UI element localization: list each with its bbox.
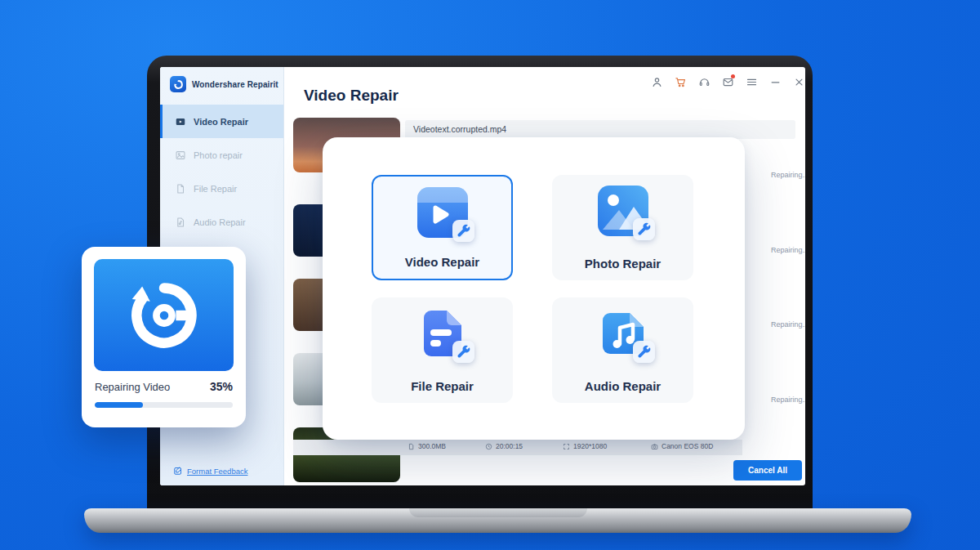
sidebar-item-file-repair[interactable]: File Repair bbox=[160, 172, 283, 205]
camera-value: Canon EOS 80D bbox=[662, 442, 713, 450]
desktop-background: Wondershare Repairit Video Repair Photo … bbox=[0, 0, 980, 550]
tile-label: File Repair bbox=[372, 379, 513, 393]
app-window: Wondershare Repairit Video Repair Photo … bbox=[160, 67, 805, 485]
minimize-icon[interactable] bbox=[768, 75, 782, 88]
resolution-icon bbox=[563, 443, 570, 450]
clock-icon bbox=[485, 443, 492, 450]
tile-audio-repair[interactable]: Audio Repair bbox=[552, 297, 693, 403]
audio-repair-icon bbox=[598, 308, 648, 359]
sidebar-item-photo-repair[interactable]: Photo repair bbox=[160, 138, 283, 172]
tile-label: Video Repair bbox=[373, 255, 511, 269]
video-icon bbox=[175, 116, 186, 127]
wrench-badge-icon bbox=[633, 341, 655, 363]
repair-mode-modal: Video Repair Photo Repair bbox=[323, 137, 745, 440]
support-headset-icon[interactable] bbox=[697, 75, 710, 88]
sidebar-item-video-repair[interactable]: Video Repair bbox=[160, 105, 283, 138]
progress-fill bbox=[95, 402, 143, 408]
menu-icon[interactable] bbox=[745, 75, 758, 88]
duration-value: 20:00:15 bbox=[496, 442, 523, 450]
repair-status: Repairing... bbox=[771, 320, 805, 329]
page-title: Video Repair bbox=[304, 87, 399, 105]
sidebar-item-label: Photo repair bbox=[194, 150, 243, 160]
camera-item: Canon EOS 80D bbox=[651, 442, 713, 450]
video-repair-icon bbox=[417, 187, 468, 238]
brand-name: Wondershare Repairit bbox=[192, 80, 278, 89]
duration-item: 20:00:15 bbox=[485, 442, 523, 450]
notification-dot bbox=[731, 74, 735, 78]
close-icon[interactable] bbox=[792, 75, 805, 88]
file-icon bbox=[175, 183, 186, 195]
progress-percent: 35% bbox=[210, 380, 233, 393]
wrench-badge-icon bbox=[633, 218, 655, 240]
format-feedback-label: Format Feedback bbox=[187, 467, 247, 476]
camera-icon bbox=[651, 443, 658, 450]
account-icon[interactable] bbox=[650, 75, 663, 88]
audio-icon bbox=[175, 217, 186, 228]
file-name: Videotext.corrupted.mp4 bbox=[413, 124, 506, 134]
sidebar-nav: Video Repair Photo repair File Repair bbox=[160, 105, 283, 239]
feedback-mail-icon[interactable] bbox=[721, 75, 734, 88]
edit-icon bbox=[173, 466, 183, 476]
tile-photo-repair[interactable]: Photo Repair bbox=[552, 175, 693, 280]
sidebar-item-audio-repair[interactable]: Audio Repair bbox=[160, 205, 283, 239]
wrench-badge-icon bbox=[452, 341, 474, 363]
resolution-item: 1920*1080 bbox=[563, 442, 607, 450]
file-repair-icon bbox=[417, 308, 468, 359]
file-info-bar: 300.0MB 20:00:15 1920*1080 Canon EOS 80D bbox=[293, 440, 742, 455]
tile-label: Photo Repair bbox=[552, 257, 693, 271]
laptop-base-notch bbox=[409, 508, 587, 517]
wrench-badge-icon bbox=[452, 220, 474, 242]
repair-arrow-icon bbox=[94, 259, 234, 371]
file-size-item: 300.0MB bbox=[408, 442, 446, 450]
repairit-logo-icon bbox=[170, 76, 186, 92]
repair-progress-card: Repairing Video 35% bbox=[82, 247, 246, 427]
file-size-value: 300.0MB bbox=[418, 442, 446, 450]
app-logo: Wondershare Repairit bbox=[160, 67, 283, 92]
resolution-value: 1920*1080 bbox=[573, 442, 607, 450]
file-size-icon bbox=[408, 443, 415, 450]
progress-bar-track bbox=[95, 402, 233, 408]
sidebar-item-label: Video Repair bbox=[194, 117, 248, 127]
tile-label: Audio Repair bbox=[552, 379, 693, 393]
format-feedback-link[interactable]: Format Feedback bbox=[173, 466, 247, 476]
titlebar bbox=[650, 71, 805, 92]
repair-status: Repairing... bbox=[771, 246, 805, 254]
repair-status: Repairing... bbox=[771, 171, 805, 179]
cart-icon[interactable] bbox=[674, 75, 687, 88]
tile-video-repair[interactable]: Video Repair bbox=[372, 175, 513, 280]
sidebar-item-label: Audio Repair bbox=[194, 217, 246, 227]
repair-status: Repairing... bbox=[771, 396, 805, 404]
progress-label-row: Repairing Video 35% bbox=[95, 380, 233, 393]
tile-file-repair[interactable]: File Repair bbox=[372, 297, 513, 403]
photo-icon bbox=[175, 150, 186, 161]
laptop-base bbox=[84, 508, 911, 533]
progress-label: Repairing Video bbox=[95, 381, 170, 393]
sidebar-item-label: File Repair bbox=[194, 184, 237, 194]
photo-repair-icon bbox=[598, 186, 648, 236]
cancel-all-button[interactable]: Cancel All bbox=[733, 460, 802, 481]
